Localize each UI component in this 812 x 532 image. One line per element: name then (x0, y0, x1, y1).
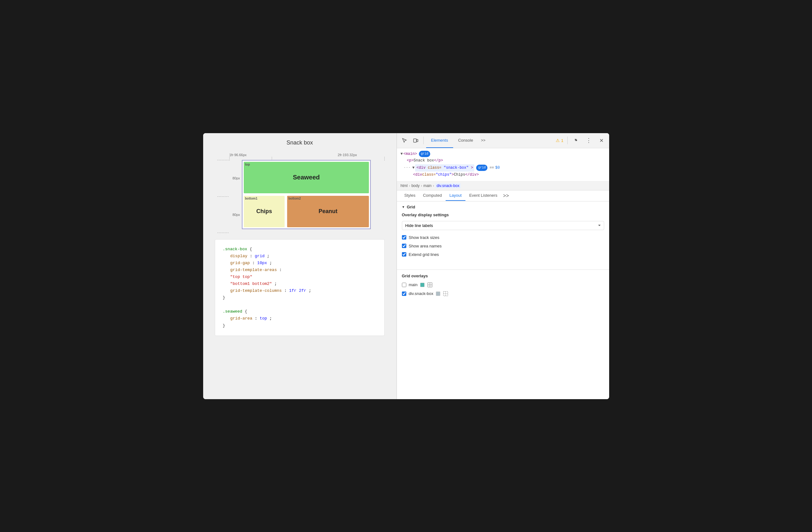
section-divider (397, 269, 609, 270)
devtools-panel: Elements Console >> ⚠ 1 (396, 133, 609, 399)
grid-visualization: Snack box 1fr·96.66px 2fr·193.32px 80px … (215, 139, 385, 233)
area-label-top: top (245, 163, 250, 166)
breadcrumb-html[interactable]: html (401, 183, 408, 188)
breadcrumb-body[interactable]: body (411, 183, 420, 188)
code-line-1: .snack-box { (223, 246, 377, 253)
snackbox-grid-icon (443, 291, 448, 296)
tab-event-listeners[interactable]: Event Listeners (465, 191, 501, 201)
area-label-bottom1: bottom1 (245, 197, 257, 200)
tab-styles[interactable]: Styles (401, 191, 419, 201)
warning-badge: ⚠ 1 (556, 138, 563, 143)
settings-button[interactable] (571, 135, 581, 145)
area-names-checkbox[interactable] (402, 244, 406, 248)
dropdown-row: Hide line labels Show line numbers Show … (402, 221, 604, 230)
code-panel: .snack-box { display : grid ; grid-gap :… (215, 239, 385, 336)
tab-computed[interactable]: Computed (419, 191, 446, 201)
inspect-button[interactable] (400, 135, 409, 145)
grid-section-label: Grid (407, 205, 415, 209)
cell-peanut: bottom2 Peanut (287, 196, 369, 227)
main-color-swatch[interactable] (420, 283, 424, 287)
dom-line-snackbox[interactable]: ··· ▼ <div class= "snack-box" > grid == … (401, 164, 605, 172)
dom-tree: ▼ <main> grid <p> Snack box </p> ··· ▼ <… (397, 148, 609, 181)
grid-overlays-label: Grid overlays (402, 274, 604, 278)
sub-tabs: Styles Computed Layout Event Listeners >… (397, 191, 609, 201)
tab-elements[interactable]: Elements (426, 133, 453, 148)
device-mode-button[interactable] (411, 135, 421, 145)
tab-console[interactable]: Console (453, 133, 478, 148)
viz-title: Snack box (215, 139, 385, 146)
code-line-4: grid-template-areas : (223, 267, 377, 274)
code-line-5: "top top" (223, 274, 377, 280)
area-label-bottom2: bottom2 (288, 197, 301, 200)
extend-lines-checkbox[interactable] (402, 252, 406, 256)
devtools-tab-bar: Elements Console >> (426, 133, 555, 148)
snackbox-color-swatch[interactable] (436, 292, 440, 296)
devtools-toolbar: Elements Console >> ⚠ 1 (397, 133, 609, 148)
code-line-blank (223, 301, 377, 308)
code-line-6: "bottom1 bottom2" ; (223, 280, 377, 288)
layout-content: ▼ Grid Overlay display settings Hide lin… (397, 201, 609, 399)
grid-overlays-section: Grid overlays main div.snack-box (397, 274, 609, 305)
breadcrumb-main[interactable]: main (423, 183, 432, 188)
toolbar-separator-1 (423, 137, 424, 144)
code-line-7: grid-template-columns : 1fr 2fr ; (223, 288, 377, 294)
overlay-row-main: main (402, 282, 604, 288)
dom-line-p[interactable]: <p> Snack box </p> (401, 157, 605, 164)
track-sizes-checkbox[interactable] (402, 235, 406, 240)
cell-seaweed: top Seaweed (244, 162, 369, 193)
line-labels-select[interactable]: Hide line labels Show line numbers Show … (402, 221, 604, 230)
overlay-row-snackbox: div.snack-box (402, 291, 604, 296)
grid-section-content: Overlay display settings Hide line label… (397, 212, 609, 266)
tab-layout[interactable]: Layout (446, 191, 465, 201)
code-line-10: grid-area : top ; (223, 315, 377, 322)
row1-label: 80px (232, 160, 242, 196)
breadcrumb: html › body › main › div.snack-box (397, 181, 609, 191)
overlay-settings-label: Overlay display settings (402, 212, 604, 217)
area-names-label: Show area names (409, 244, 442, 248)
close-devtools-button[interactable]: ✕ (597, 135, 607, 145)
toolbar-right: ⚠ 1 ⋮ ✕ (556, 135, 606, 145)
svg-rect-1 (417, 139, 418, 142)
checkbox-area-names: Show area names (402, 244, 604, 248)
grid-arrow-icon: ▼ (402, 205, 405, 209)
main-overlay-checkbox[interactable] (402, 283, 406, 287)
track-sizes-label: Show track sizes (409, 235, 440, 240)
snackbox-overlay-checkbox[interactable] (402, 292, 406, 296)
extend-lines-label: Extend grid lines (409, 252, 439, 257)
checkbox-track-sizes: Show track sizes (402, 235, 604, 240)
row2-label: 80px (232, 196, 242, 233)
code-line-2: display : grid ; (223, 253, 377, 260)
warning-icon: ⚠ (556, 138, 560, 143)
more-options-button[interactable]: ⋮ (584, 135, 594, 145)
checkbox-extend-lines: Extend grid lines (402, 252, 604, 257)
code-line-9: .seaweed { (223, 308, 377, 315)
more-subtabs-button[interactable]: >> (501, 191, 511, 201)
col1-label: 1fr·96.66px (229, 153, 272, 157)
main-grid-icon (427, 282, 433, 288)
dom-line-chips[interactable]: <div class= "chips" > Chips </div> (401, 171, 605, 179)
more-tabs-button[interactable]: >> (478, 135, 488, 145)
breadcrumb-snackbox[interactable]: div.snack-box (435, 183, 460, 188)
toolbar-separator-2 (567, 137, 568, 144)
left-panel: Snack box 1fr·96.66px 2fr·193.32px 80px … (203, 133, 396, 399)
dom-line-main[interactable]: ▼ <main> grid (401, 151, 605, 158)
code-line-8: } (223, 294, 377, 301)
browser-window: Snack box 1fr·96.66px 2fr·193.32px 80px … (203, 133, 609, 399)
snack-box-grid: top Seaweed bottom1 Chips bottom2 Peanut (242, 160, 371, 229)
svg-rect-0 (414, 139, 416, 142)
code-line-11: } (223, 322, 377, 329)
grid-section-header[interactable]: ▼ Grid (397, 201, 609, 212)
code-line-3: grid-gap : 10px ; (223, 260, 377, 267)
cell-chips: bottom1 Chips (244, 196, 285, 227)
main-overlay-label: main (409, 282, 418, 287)
snackbox-overlay-label: div.snack-box (409, 291, 434, 296)
col2-label: 2fr·193.32px (272, 153, 358, 157)
